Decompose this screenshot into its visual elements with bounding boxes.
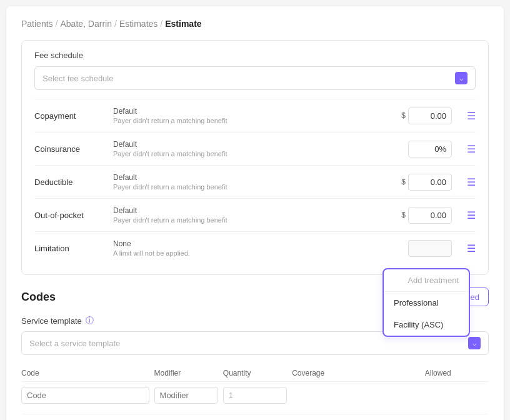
codes-section: Codes ⚙ Advanced Service template ⓘ Sele… bbox=[21, 288, 489, 409]
code-input-wrapper bbox=[21, 387, 149, 404]
codes-title: Codes bbox=[21, 291, 56, 304]
quantity-input-wrapper bbox=[223, 387, 287, 404]
code-input[interactable] bbox=[21, 387, 149, 404]
benefit-row-deductible: Deductible Default Payer didn't return a… bbox=[34, 165, 476, 198]
benefit-menu-icon-coinsurance[interactable]: ☰ bbox=[467, 143, 476, 155]
benefit-menu-icon-copayment[interactable]: ☰ bbox=[467, 110, 476, 122]
quantity-input[interactable] bbox=[223, 387, 287, 404]
breadcrumb: Patients / Abate, Darrin / Estimates / E… bbox=[21, 19, 489, 29]
benefit-desc-coinsurance: Default Payer didn't return a matching b… bbox=[113, 140, 367, 158]
benefit-row-out-of-pocket: Out-of-pocket Default Payer didn't retur… bbox=[34, 198, 476, 231]
benefit-desc-deductible: Default Payer didn't return a matching b… bbox=[113, 173, 367, 191]
benefit-input-coinsurance[interactable] bbox=[408, 141, 452, 158]
fee-schedule-placeholder: Select fee schedule bbox=[42, 74, 113, 83]
modifier-input[interactable] bbox=[154, 387, 218, 404]
col-code: Code bbox=[21, 369, 149, 378]
fee-schedule-chevron[interactable]: ⌵ bbox=[455, 72, 468, 84]
benefit-label-deductible: Deductible bbox=[34, 178, 103, 187]
benefit-desc-limitation: None A limit will not be applied. bbox=[113, 239, 367, 257]
benefit-menu-icon-limitation[interactable]: ☰ bbox=[467, 242, 476, 254]
col-coverage: Coverage bbox=[292, 369, 420, 378]
info-icon[interactable]: ⓘ bbox=[86, 315, 94, 326]
benefit-input-copayment[interactable] bbox=[408, 108, 452, 124]
dropdown-professional[interactable]: Professional bbox=[384, 292, 469, 314]
fee-schedule-section: Fee schedule Select fee schedule ⌵ Copay… bbox=[21, 40, 489, 275]
fee-schedule-select[interactable]: Select fee schedule ⌵ bbox=[34, 66, 476, 90]
currency-symbol: $ bbox=[401, 111, 406, 120]
benefit-label-coinsurance: Coinsurance bbox=[34, 144, 103, 154]
benefit-row-limitation: Limitation None A limit will not be appl… bbox=[34, 231, 476, 264]
benefit-label-out-of-pocket: Out-of-pocket bbox=[34, 211, 103, 220]
currency-symbol: $ bbox=[401, 211, 406, 219]
table-row bbox=[21, 382, 489, 409]
col-modifier: Modifier bbox=[154, 369, 218, 378]
benefit-input-out-of-pocket[interactable] bbox=[408, 207, 452, 224]
benefit-label-limitation: Limitation bbox=[34, 244, 103, 253]
col-allowed: Allowed bbox=[425, 369, 489, 378]
currency-symbol: $ bbox=[401, 178, 406, 186]
service-template-chevron[interactable]: ⌵ bbox=[468, 337, 481, 349]
benefit-desc-copayment: Default Payer didn't return a matching b… bbox=[113, 107, 367, 124]
codes-table-header: Code Modifier Quantity Coverage Allowed bbox=[21, 364, 489, 382]
benefit-desc-out-of-pocket: Default Payer didn't return a matching b… bbox=[113, 206, 367, 224]
add-treatment-item[interactable]: Add treatment bbox=[384, 269, 469, 292]
benefit-input-deductible[interactable] bbox=[408, 174, 452, 191]
service-template-placeholder: Select a service template bbox=[29, 339, 120, 348]
breadcrumb-current: Estimate bbox=[165, 19, 201, 29]
breadcrumb-estimates[interactable]: Estimates bbox=[119, 19, 158, 29]
col-quantity: Quantity bbox=[223, 369, 287, 378]
benefit-row-copayment: Copayment Default Payer didn't return a … bbox=[34, 99, 476, 132]
modifier-input-wrapper bbox=[154, 387, 218, 404]
benefit-menu-icon-out-of-pocket[interactable]: ☰ bbox=[467, 209, 476, 221]
add-treatment-dropdown: Add treatment Professional Facility (ASC… bbox=[382, 268, 470, 337]
benefit-row-coinsurance: Coinsurance Default Payer didn't return … bbox=[34, 132, 476, 165]
benefit-input-limitation[interactable] bbox=[408, 240, 452, 257]
breadcrumb-patients[interactable]: Patients bbox=[21, 19, 53, 29]
fee-schedule-label: Fee schedule bbox=[34, 51, 476, 60]
breadcrumb-patient-name[interactable]: Abate, Darrin bbox=[60, 19, 111, 29]
payment-section: Payment bbox=[21, 414, 489, 420]
dropdown-facility-asc[interactable]: Facility (ASC) bbox=[384, 314, 469, 336]
benefit-menu-icon-deductible[interactable]: ☰ bbox=[467, 176, 476, 188]
benefit-label-copayment: Copayment bbox=[34, 111, 103, 121]
